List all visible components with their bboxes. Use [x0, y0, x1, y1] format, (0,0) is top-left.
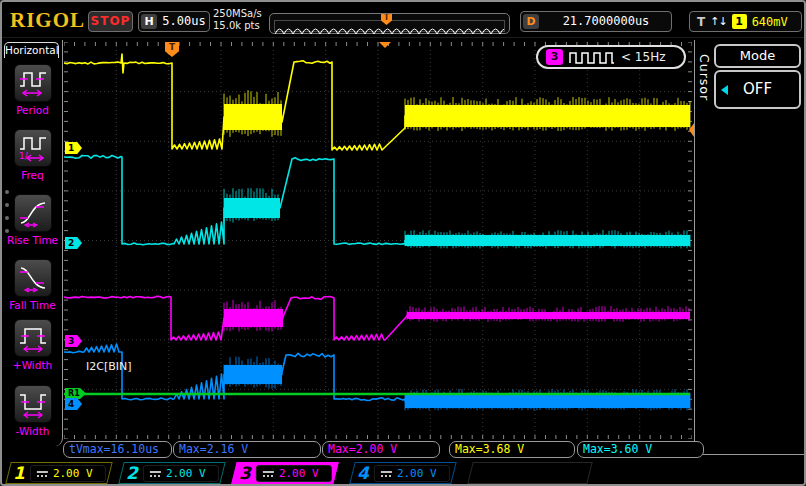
delay-value: 21.7000000us — [545, 14, 667, 28]
memory-depth: 15.0k pts — [213, 20, 262, 32]
waveform-thumbnail — [275, 26, 504, 36]
measurement-max-ch3: Max=2.00 V — [322, 441, 440, 458]
channel-status-bar: 1 2.00 V 2 2.00 V 3 2.00 V 4 2.00 V — [2, 461, 806, 486]
rise-time-icon — [14, 194, 52, 232]
sidebar-title: Horizontal — [4, 42, 59, 58]
minus-width-icon — [14, 385, 52, 423]
badge-channel-number: 3 — [546, 49, 563, 65]
channel3-status-selected[interactable]: 3 2.00 V — [231, 462, 338, 484]
channel3-scale: 2.00 V — [279, 467, 319, 480]
page-dot — [5, 229, 9, 233]
horizontal-timebase-box[interactable]: H 5.00us — [138, 11, 210, 32]
channel4-scale: 2.00 V — [397, 467, 437, 480]
timebase-value: 5.00us — [161, 14, 207, 28]
page-dot — [5, 216, 9, 220]
trigger-label: T — [697, 15, 705, 29]
dc-coupling-icon — [263, 471, 274, 477]
top-status-bar: RIGOL STOP H 5.00us 250MSa/s 15.0k pts T… — [2, 2, 806, 38]
waveform-display[interactable]: 1 2 3 R1 4 T I2C[BIN] 3 < 15Hz — [64, 42, 692, 439]
sidebar-item-period[interactable]: Period — [2, 64, 63, 116]
trigger-status-box[interactable]: T ↑↓ 1 640mV — [689, 11, 802, 32]
delay-box[interactable]: D 21.7000000us — [520, 11, 672, 32]
dc-coupling-icon — [381, 471, 392, 477]
channel1-status[interactable]: 1 2.00 V — [5, 462, 112, 484]
measurement-max-ch2: Max=3.60 V — [577, 441, 704, 458]
period-icon — [14, 64, 52, 102]
softkey-arrow-icon — [721, 85, 728, 95]
sample-rate: 250MSa/s — [213, 8, 262, 20]
channel2-scale: 2.00 V — [166, 467, 206, 480]
menu-tab-cursor[interactable]: Cursor — [697, 54, 712, 101]
trigger-frequency-badge: 3 < 15Hz — [536, 45, 686, 69]
fall-time-icon — [14, 259, 52, 297]
measurement-tvmax: tVmax=16.10us — [63, 441, 172, 458]
measurement-max-ch4: Max=2.16 V — [173, 441, 321, 458]
freq-icon: 1/ — [14, 129, 52, 167]
decode-bus-label: I2C[BIN] — [86, 360, 132, 373]
sidebar-item-fall-time[interactable]: Fall Time — [2, 259, 63, 311]
waveform-traces — [64, 42, 692, 439]
page-dot — [5, 190, 9, 194]
page-dot — [5, 203, 9, 207]
rigol-logo: RIGOL — [10, 8, 85, 33]
measure-sidebar: Horizontal Period 1/ — [2, 40, 63, 446]
channel2-status[interactable]: 2 2.00 V — [118, 462, 225, 484]
cursor-mode-label: Mode — [714, 44, 801, 68]
trigger-source-badge: 1 — [732, 14, 747, 29]
channel4-status[interactable]: 4 2.00 V — [349, 462, 456, 484]
h-key-icon: H — [141, 14, 157, 29]
run-stop-status[interactable]: STOP — [88, 11, 133, 32]
pulse-train-icon — [569, 51, 615, 64]
svg-text:1/: 1/ — [19, 151, 29, 161]
dc-coupling-icon — [37, 471, 48, 477]
measurement-max-ch1: Max=3.68 V — [449, 441, 575, 458]
waveform-position-bar[interactable]: T — [269, 13, 510, 34]
sidebar-item-freq[interactable]: 1/ Freq — [2, 129, 63, 181]
channel1-scale: 2.00 V — [53, 467, 93, 480]
plus-width-icon — [14, 319, 52, 357]
cursor-mode-value: OFF — [743, 80, 772, 98]
empty-status-slot — [467, 462, 592, 484]
trigger-edge-arrows-icon: ↑↓ — [710, 15, 726, 28]
acquisition-info: 250MSa/s 15.0k pts — [213, 8, 262, 32]
badge-frequency-text: < 15Hz — [621, 50, 665, 64]
sidebar-item-neg-width[interactable]: -Width — [2, 385, 63, 437]
sidebar-item-rise-time[interactable]: Rise Time — [2, 194, 63, 246]
sidebar-item-pos-width[interactable]: +Width — [2, 319, 63, 371]
delay-key-icon: D — [523, 14, 539, 29]
trigger-level-value: 640mV — [752, 15, 788, 29]
cursor-mode-off-button[interactable]: OFF — [714, 70, 801, 109]
oscilloscope-screen: RIGOL STOP H 5.00us 250MSa/s 15.0k pts T… — [0, 0, 806, 486]
dc-coupling-icon — [150, 471, 161, 477]
